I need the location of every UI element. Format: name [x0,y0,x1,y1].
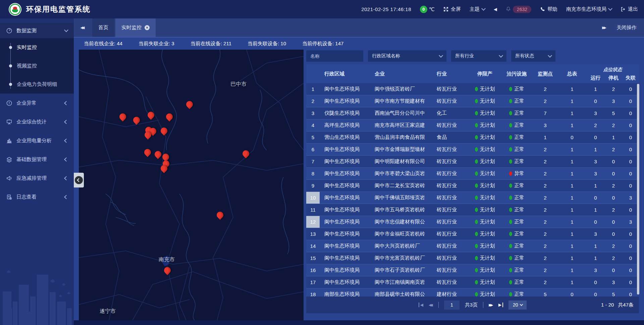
page-size-select[interactable]: 20 [508,301,527,310]
cell-company: 阆中市五马桥页岩机砖 [370,204,432,216]
next-page-button[interactable]: ▶▶ [489,303,493,307]
table-row[interactable]: 7阆中生态环境局阆中明阳建材有限公司砖瓦行业无计划正常21300 [306,156,639,168]
page-number-input[interactable]: 1 [444,301,460,310]
cell-stop-count: 2 [605,180,622,192]
cell-stop-count: 0 [605,156,622,167]
cell-pollution-status: 异常 [501,168,533,179]
sidebar-item-基础数据管理[interactable]: 基础数据管理 [0,150,74,169]
table-row[interactable]: 10阆中生态环境局阆中千佛镇五郎垭页岩砖瓦行业无计划正常21003 [306,192,639,204]
cell-stop-count: 2 [605,252,622,264]
sidebar-item-企业用电量分析[interactable]: 企业用电量分析 [0,131,74,150]
chevron-left-icon [64,101,68,105]
name-filter-input[interactable] [306,50,363,62]
cell-monitor-count: 5 [533,288,558,296]
cell-run-count: 3 [586,228,605,240]
sidebar-item-应急减排管理[interactable]: 应急减排管理 [0,169,74,187]
tab-实时监控[interactable]: 实时监控× [115,18,156,37]
sidebar-subitem-视频监控[interactable]: 视频监控 [0,57,74,75]
map-canvas[interactable]: 巴中市南充市遂宁市 [79,50,304,320]
cell-region: 阆中生态环境局 [320,240,370,252]
cell-monitor-count: 1 [533,131,558,143]
tab-close-icon[interactable]: × [145,25,150,30]
sidebar-collapse-button[interactable] [74,173,84,187]
table-row[interactable]: 13阆中生态环境局阆中市金福旺页岩机砖砖瓦行业无计划正常21300 [306,228,639,240]
layers-icon [6,156,12,163]
cell-meter-count: 1 [558,168,586,179]
cell-industry: 砖瓦行业 [432,276,469,288]
table-row[interactable]: 16阆中生态环境局阆中市石子页岩机砖厂砖瓦行业无计划正常21300 [306,264,639,276]
cell-industry: 砖瓦行业 [432,252,469,264]
stat-当前失联企业: 当前失联企业: 3 [139,41,174,47]
cell-index: 1 [306,83,320,95]
cell-limit-status: 无计划 [469,240,501,252]
table-row[interactable]: 8阆中生态环境局阆中市枣碧大梁山页岩砖瓦行业无计划异常21300 [306,168,639,180]
sound-toggle-button[interactable]: ◀ [494,7,497,12]
table-row[interactable]: 9阆中生态环境局阆中市二龙长宝页岩砖砖瓦行业无计划正常21120 [306,180,639,192]
total-label: 共47条 [618,302,634,308]
help-button[interactable]: 帮助 [540,6,557,12]
sidebar-item-日志查看[interactable]: 日志查看 [0,187,74,206]
sidebar-subitem-label: 视频监控 [17,63,37,69]
sidebar-subitem-实时监控[interactable]: 实时监控 [0,38,74,57]
last-page-button[interactable]: ▶ [498,303,503,307]
cell-index: 2 [306,95,320,107]
status-filter-select[interactable]: 所有状态 [511,50,555,62]
sidebar-subitem-企业电力负荷明细[interactable]: 企业电力负荷明细 [0,75,74,94]
cell-region: 阆中生态环境局 [320,156,370,167]
table-row[interactable]: 11阆中生态环境局阆中市五马桥页岩机砖砖瓦行业无计划正常21120 [306,204,639,216]
table-row[interactable]: 17阆中生态环境局阆中市江南镇阆南页岩砖瓦行业无计划正常21030 [306,276,639,288]
sidebar-item-数据监测[interactable]: 数据监测 [0,23,74,38]
close-operations-button[interactable]: 关闭操作 [616,24,637,31]
cell-company: 阆中市江南镇阆南页岩 [370,276,432,288]
sidebar-item-企业异常[interactable]: 企业异常 [0,94,74,112]
tabs-scroll-right-button[interactable]: ▶▶ [602,25,606,30]
fullscreen-button[interactable]: 全屏 [443,6,461,12]
industry-filter-select[interactable]: 所有行业 [451,50,506,62]
table-row[interactable]: 5营山生态环境局营山县润丰肉食品有限食品无计划正常10010 [306,131,639,144]
map-city-label-南充市: 南充市 [159,256,175,263]
table-row[interactable]: 18南部生态环境局南部县砚华土砖有限公建材行业无计划正常50050 [306,288,639,296]
header-actions: 2021-02-25 17:46:18 0 ℃ 全屏 主题 ◀ [361,6,638,13]
cell-run-count: 0 [586,288,605,296]
table-row[interactable]: 12阆中生态环境局阆中市忠信建材有限公砖瓦行业无计划正常21003 [306,216,639,228]
select-value: 行政区域名称 [372,53,400,59]
cell-index: 16 [306,264,320,276]
cell-monitor-count: 2 [533,180,558,192]
table-row[interactable]: 6阆中生态环境局阆中市金博瑞新型墙材砖瓦行业无计划正常21120 [306,144,639,156]
tab-首页[interactable]: 首页 [92,18,114,37]
sidebar-item-企业综合统计[interactable]: 企业综合统计 [0,112,74,131]
cell-stop-count: 2 [605,83,622,95]
map-city-label-遂宁市: 遂宁市 [100,308,116,315]
map-roads [79,50,304,320]
cell-region: 阆中生态环境局 [320,180,370,192]
cell-monitor-count: 2 [533,204,558,216]
tabs-scroll-left-button[interactable]: ◀◀ [74,18,91,37]
cell-region: 仪陇生态环境局 [320,107,370,119]
table-row[interactable]: 2阆中生态环境局阆中市南方节能建材有砖瓦行业无计划正常21030 [306,95,639,107]
cell-meter-count: 1 [558,192,586,204]
region-filter-select[interactable]: 行政区域名称 [368,50,446,62]
user-dropdown[interactable]: 南充市生态环境局 [566,6,612,12]
cell-lost-count: 0 [622,156,639,167]
notification-area[interactable]: 2632 [506,6,531,13]
theme-dropdown[interactable]: 主题 [470,6,485,12]
cell-stop-count: 5 [605,107,622,119]
first-page-button[interactable]: ◀ [419,303,423,307]
table-scrollbar[interactable] [637,84,639,294]
table-row[interactable]: 4高坪生态环境局南充市高坪区王家店建砖瓦行业无计划正常31220 [306,119,639,131]
prev-page-button[interactable]: ◀◀ [429,303,433,307]
logout-button[interactable]: 退出 [621,6,638,12]
table-row[interactable]: 1阆中生态环境局阆中强锐页岩砖厂砖瓦行业无计划正常21120 [306,83,639,95]
cell-pollution-status: 正常 [501,216,533,228]
table-row[interactable]: 3仪陇生态环境局西南油气田分公司川中化工无计划正常71350 [306,107,639,119]
log-icon [6,194,12,200]
cell-monitor-count: 2 [533,252,558,264]
table-row[interactable]: 15阆中生态环境局阆中市光富页岩机砖厂砖瓦行业无计划正常21120 [306,252,639,264]
select-value: 所有行业 [455,53,474,59]
cell-industry: 砖瓦行业 [432,180,469,192]
divider [483,302,483,308]
user-label: 南充市生态环境局 [566,6,606,12]
cell-index: 8 [306,168,320,179]
table-row[interactable]: 14阆中生态环境局阆中大兴页岩机砖厂砖瓦行业无计划正常21120 [306,240,639,252]
cell-region: 阆中生态环境局 [320,192,370,204]
